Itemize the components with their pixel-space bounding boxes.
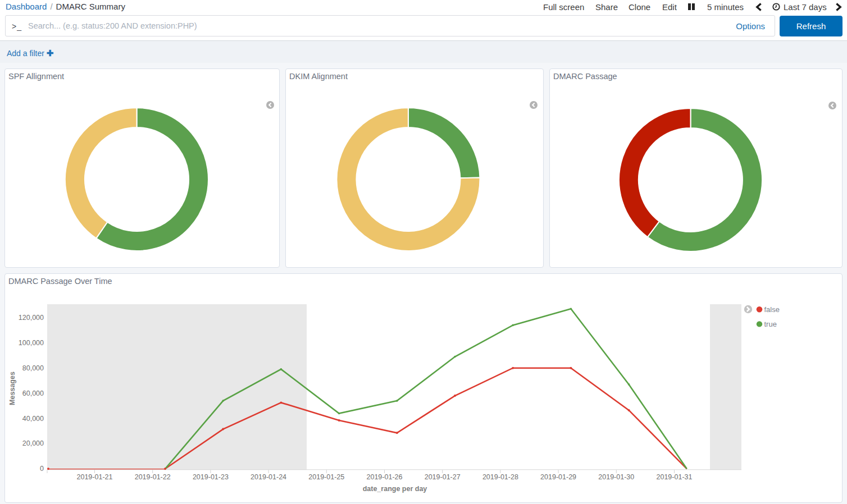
svg-text:2019-01-29: 2019-01-29 (540, 473, 576, 481)
svg-text:2019-01-27: 2019-01-27 (425, 473, 461, 481)
svg-text:2019-01-21: 2019-01-21 (77, 473, 113, 481)
svg-text:2019-01-30: 2019-01-30 (598, 473, 634, 481)
svg-text:60,000: 60,000 (22, 390, 44, 397)
svg-text:40,000: 40,000 (22, 415, 44, 423)
svg-text:2019-01-31: 2019-01-31 (657, 473, 693, 481)
svg-text:20,000: 20,000 (22, 439, 44, 447)
svg-text:date_range per day: date_range per day (363, 485, 427, 493)
svg-text:0: 0 (40, 465, 44, 473)
svg-text:2019-01-24: 2019-01-24 (251, 473, 286, 481)
svg-text:2019-01-28: 2019-01-28 (482, 473, 518, 481)
svg-text:2019-01-22: 2019-01-22 (135, 473, 171, 481)
svg-text:2019-01-25: 2019-01-25 (308, 473, 344, 481)
svg-text:2019-01-23: 2019-01-23 (193, 473, 229, 481)
svg-text:80,000: 80,000 (22, 364, 44, 372)
svg-text:100,000: 100,000 (19, 339, 44, 347)
svg-text:true: true (764, 320, 777, 328)
svg-text:false: false (764, 305, 780, 314)
svg-text:Messages: Messages (8, 372, 16, 405)
svg-text:2019-01-26: 2019-01-26 (367, 473, 403, 481)
svg-text:120,000: 120,000 (19, 314, 44, 322)
